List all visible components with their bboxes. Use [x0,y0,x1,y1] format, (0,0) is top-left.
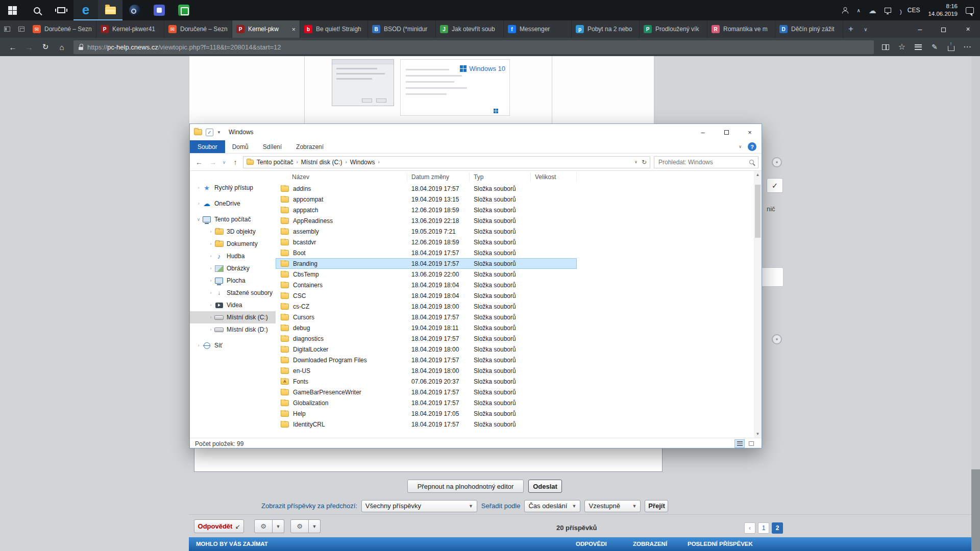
new-tab-button[interactable]: + [843,20,859,38]
sidebar-item[interactable]: › Dokumenty [190,238,276,250]
close-button[interactable]: × [956,20,980,38]
taskbar-edge-button[interactable]: e [74,0,98,20]
expand-chevron-icon[interactable]: › [195,201,202,206]
breadcrumb-chevron-icon[interactable]: › [296,159,298,165]
file-row[interactable]: diagnostics 18.04.2019 17:57 Složka soub… [276,333,577,344]
sidebar-item[interactable]: › Místní disk (D:) [190,323,276,336]
address-breadcrumb[interactable]: Tento počítač › Místní disk (C:) › Windo… [243,156,650,168]
taskbar-explorer-button[interactable] [98,0,122,20]
explorer-title-bar[interactable]: ✓ ▼ Windows – × [190,124,762,140]
set-tabs-aside-button[interactable] [14,20,29,38]
people-icon[interactable] [842,7,848,14]
scrollbar-thumb[interactable] [971,469,980,551]
large-icons-view-button[interactable] [746,439,756,448]
moderator-tools-dropdown[interactable]: ▼ [309,519,321,533]
explorer-close-button[interactable]: × [738,124,762,140]
address-dropdown-icon[interactable]: ∨ [634,160,638,164]
explorer-minimize-button[interactable]: – [691,124,715,140]
breadcrumb-chevron-icon[interactable]: › [378,159,379,165]
back-button[interactable]: ← [5,39,20,55]
browser-tab[interactable]: ✉ Doručené – Sezn × [29,20,96,38]
file-row[interactable]: Globalization 18.04.2019 17:57 Složka so… [276,397,577,408]
restore-button[interactable] [932,20,956,38]
browser-tab[interactable]: P Prodloužený vík × [640,20,707,38]
quick-access-check-icon[interactable]: ✓ [206,129,213,136]
column-header-size[interactable]: Velikost [531,172,577,182]
expand-chevron-icon[interactable]: › [207,266,214,271]
browser-tab[interactable]: B BSOD (*minidur × [368,20,436,38]
home-button[interactable]: ⌂ [54,39,69,55]
tab-close-icon[interactable]: × [290,26,296,33]
file-row[interactable]: addins 18.04.2019 17:57 Složka souborů [276,183,577,194]
file-row[interactable]: en-US 18.04.2019 18:00 Složka souborů [276,365,577,376]
column-header-date[interactable]: Datum změny [407,172,470,182]
browser-tab[interactable]: J Jak otevřít soub × [436,20,504,38]
attachment-thumbnail-dialog[interactable] [332,59,394,106]
reading-view-button[interactable] [878,39,893,55]
sidebar-item[interactable]: › Hudba [190,250,276,262]
taskbar-app-green-button[interactable] [172,0,196,20]
action-center-icon[interactable] [966,7,974,14]
submit-button[interactable]: Odeslat [528,480,562,493]
settings-more-button[interactable]: ⋯ [960,39,975,55]
file-row[interactable]: Boot 18.04.2019 17:57 Složka souborů [276,247,577,258]
ribbon-tab[interactable]: Sdílení [256,143,289,151]
sort-by-select[interactable]: Čas odeslání▼ [524,500,580,512]
attachment-thumbnail-winver[interactable]: Windows 10 [400,59,510,116]
sidebar-item[interactable]: › Obrázky [190,262,276,274]
browser-tab[interactable]: P Kernel-pkw × [232,20,300,38]
minimize-button[interactable]: – [908,20,932,38]
breadcrumb-chevron-icon[interactable]: › [345,159,347,165]
file-row[interactable]: Help 18.04.2019 17:05 Složka souborů [276,408,577,419]
page-number-button[interactable]: 2 [772,522,783,534]
nav-history-chevron-icon[interactable]: ∨ [220,160,228,165]
sidebar-item[interactable]: › 3D objekty [190,226,276,238]
sidebar-item[interactable]: › OneDrive [190,197,276,210]
expand-chevron-icon[interactable]: › [207,241,214,246]
file-row[interactable]: appcompat 19.04.2019 13:15 Složka soubor… [276,194,577,205]
language-indicator[interactable]: CES [908,7,920,14]
tab-preview-chevron-icon[interactable]: ∨ [859,20,873,38]
scroll-down-icon[interactable]: ▼ [754,432,762,436]
column-header-name[interactable]: Název [276,172,407,182]
browser-tab[interactable]: P Kernel-pkwer41 × [96,20,164,38]
file-menu-button[interactable]: Soubor [190,140,225,153]
file-row[interactable]: assembly 19.05.2019 7:21 Složka souborů [276,226,577,237]
network-icon[interactable] [885,8,891,13]
moderator-tools-button[interactable]: ⚙ [290,519,309,533]
file-row[interactable]: Branding 18.04.2019 17:57 Složka souborů [276,258,577,269]
sidebar-item[interactable]: › Plocha [190,274,276,287]
file-row[interactable]: Downloaded Program Files 18.04.2019 17:5… [276,355,577,365]
tabs-set-aside-list-button[interactable] [0,20,14,38]
reply-button[interactable]: Odpovědět ↙ [194,519,244,533]
switch-editor-button[interactable]: Přepnout na plnohodnotný editor [407,480,524,493]
breadcrumb-segment[interactable]: Místní disk (C:) › [301,159,347,166]
breadcrumb-segment[interactable]: Tento počítač › [257,159,298,166]
file-row[interactable]: DigitalLocker 18.04.2019 18:00 Složka so… [276,344,577,355]
taskbar-steam-button[interactable] [122,0,147,20]
nav-up-button[interactable]: ↑ [229,158,241,166]
details-view-button[interactable] [734,439,745,448]
breadcrumb-segment[interactable]: Windows › [350,159,380,166]
column-header-type[interactable]: Typ [470,172,531,182]
clock[interactable]: 8:16 14.06.2019 [928,3,958,18]
nav-back-button[interactable]: ← [193,158,205,166]
file-row[interactable]: GameBarPresenceWriter 18.04.2019 17:57 S… [276,387,577,397]
sidebar-item[interactable]: › Místní disk (C:) [190,311,276,323]
expand-chevron-icon[interactable]: › [207,290,214,295]
file-row[interactable]: Cursors 18.04.2019 17:57 Složka souborů [276,312,577,322]
scroll-up-icon[interactable]: ▲ [754,172,762,177]
sidebar-item[interactable]: › Síť [190,339,276,352]
browser-tab[interactable]: R Romantika ve m × [707,20,775,38]
file-row[interactable]: Containers 18.04.2019 18:04 Složka soubo… [276,280,577,290]
sidebar-item[interactable]: › Videa [190,299,276,311]
page-number-button[interactable]: 1 [758,522,769,534]
taskbar-search-button[interactable] [24,0,49,20]
expand-chevron-icon[interactable]: › [207,303,214,308]
ribbon-tab[interactable]: Domů [225,143,256,151]
explorer-search-input[interactable]: Prohledat: Windows [654,156,758,168]
file-row[interactable]: cs-CZ 18.04.2019 18:00 Složka souborů [276,301,577,312]
file-list-scrollbar[interactable]: ▲ ▼ [754,171,762,438]
topic-tools-dropdown[interactable]: ▼ [273,519,284,533]
hub-button[interactable] [911,39,926,55]
